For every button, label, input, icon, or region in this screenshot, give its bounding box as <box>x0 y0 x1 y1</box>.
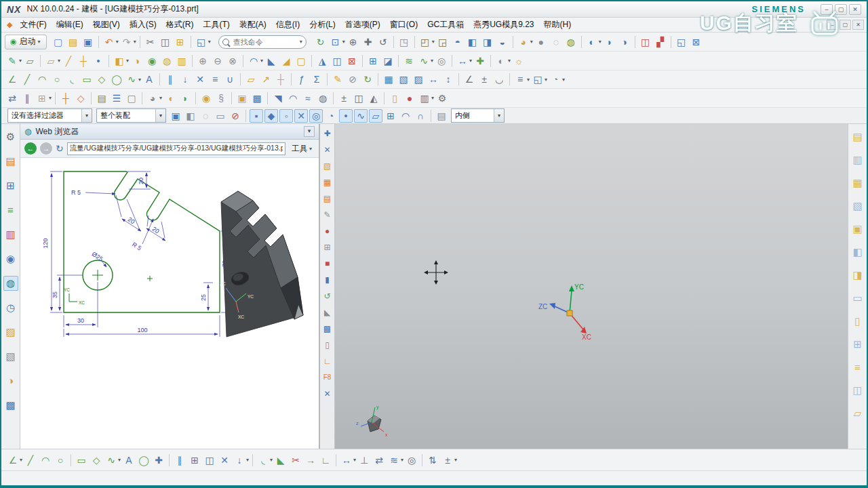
quick-extend-icon[interactable]: → <box>304 453 317 467</box>
manage-parts-icon[interactable]: ▧ <box>3 349 18 364</box>
move-object-icon[interactable]: ✚ <box>473 54 487 68</box>
swept-icon[interactable]: ∿ <box>417 54 431 68</box>
graphics-viewport[interactable]: ✚✕▧▦▤✎●⊞■▮↺◣▩▯∟F8✕ YC ZC XC <box>320 124 848 449</box>
cut-icon[interactable]: ✂ <box>144 35 157 49</box>
rapid-dimension-icon[interactable]: ↔ <box>340 453 353 467</box>
reverse-tool-icon[interactable]: ↺ <box>321 290 334 302</box>
select-scope-icon[interactable]: ▣ <box>169 109 182 123</box>
intersection-curve-icon[interactable]: ✕ <box>193 73 207 86</box>
make-corner-icon[interactable]: ∟ <box>319 453 332 467</box>
reuse-library-icon[interactable]: ▥ <box>3 227 18 242</box>
lasso-select-icon[interactable]: ◌ <box>199 109 212 123</box>
minimize-button[interactable]: – <box>821 4 833 15</box>
search-dropdown-icon[interactable]: ▾ <box>300 39 302 45</box>
wireframe-icon[interactable]: ◌ <box>549 35 563 49</box>
pane-panel-icon[interactable]: ◫ <box>850 383 865 398</box>
measure-distance-icon[interactable]: ↔ <box>456 54 469 68</box>
extrude-icon[interactable]: ◧ <box>113 54 126 68</box>
fit-view-dropdown[interactable]: ▾ <box>342 39 345 45</box>
immediate-hide-icon[interactable]: ◗ <box>603 35 616 49</box>
show-hide-dropdown[interactable]: ▾ <box>599 39 601 45</box>
delete-face-icon[interactable]: ⊠ <box>345 54 359 68</box>
address-bar-input[interactable] <box>67 142 285 155</box>
unite-icon[interactable]: ⊕ <box>196 54 210 68</box>
snap-midpoint-icon[interactable]: ◆ <box>264 109 278 123</box>
point-icon[interactable]: • <box>92 54 105 68</box>
grid-tool-icon[interactable]: ▩ <box>321 323 334 335</box>
selection-scope-arrow-icon[interactable]: ▾ <box>155 109 165 122</box>
wrap-geometry-icon[interactable]: ◠ <box>286 92 300 105</box>
circle-icon[interactable]: ○ <box>54 453 67 467</box>
constraint-tool-icon[interactable]: ✕ <box>321 144 334 156</box>
ball-display-icon[interactable]: ● <box>321 225 334 237</box>
chart-panel-icon[interactable]: ▦ <box>850 176 865 190</box>
reflect-analysis-icon[interactable]: ◫ <box>352 92 366 105</box>
snap-grid-point-icon[interactable]: ⊞ <box>384 109 397 123</box>
save-icon[interactable]: ▣ <box>81 35 95 49</box>
shaded-icon[interactable]: ● <box>534 35 548 49</box>
refresh-button[interactable]: ↻ <box>56 143 64 154</box>
orient-view-tool-icon[interactable]: ✚ <box>321 127 334 140</box>
record-macro-icon[interactable]: ● <box>403 92 416 105</box>
maximize-view-icon[interactable]: ⊠ <box>690 35 703 49</box>
patch-body-icon[interactable]: ◍ <box>316 92 330 105</box>
show-hide-toggle-icon[interactable]: ◐ <box>494 54 508 68</box>
menu-item-2[interactable]: 编辑(E) <box>52 18 88 32</box>
notes-panel-icon[interactable]: ▣ <box>850 222 865 237</box>
snap-quadrant-icon[interactable]: ◔ <box>324 109 338 123</box>
project-curve-dropdown[interactable]: ▾ <box>246 457 249 463</box>
add-component-icon[interactable]: ⊞ <box>35 92 49 105</box>
undo-dropdown[interactable]: ▾ <box>116 39 119 45</box>
snap-control-point-icon[interactable]: ◦ <box>279 109 293 123</box>
menu-item-10[interactable]: 首选项(P) <box>340 18 385 32</box>
arc-icon[interactable]: ◠ <box>39 453 52 467</box>
layout-panel-icon[interactable]: ▧ <box>850 199 865 214</box>
text-curve-icon[interactable]: A <box>142 73 156 86</box>
snap-tangent-icon[interactable]: ◠ <box>399 109 412 123</box>
isometric-view-icon[interactable]: ◲ <box>436 35 450 49</box>
zoom-icon[interactable]: ⊕ <box>347 35 360 49</box>
move-face-icon[interactable]: ↔ <box>427 73 440 86</box>
pattern-face-icon[interactable]: ▦ <box>382 73 395 86</box>
solid-tool-icon[interactable]: ▧ <box>321 160 334 172</box>
suppress-feature-icon[interactable]: ⊘ <box>346 73 359 86</box>
revolve-icon[interactable]: ◑ <box>130 54 144 68</box>
pattern-curve-icon[interactable]: ⊞ <box>188 453 201 467</box>
wcs-orient-icon[interactable]: ◇ <box>74 92 87 105</box>
bottom-view-icon[interactable]: ◒ <box>496 35 509 49</box>
edit-object-display-icon[interactable]: ☼ <box>512 54 526 68</box>
doc-close-button[interactable]: ✕ <box>852 20 864 30</box>
tube-icon[interactable]: ◎ <box>435 54 448 68</box>
list-panel-icon[interactable]: ▭ <box>850 291 865 306</box>
expressions-icon[interactable]: ƒ <box>295 73 309 86</box>
back-button[interactable]: ← <box>24 142 37 155</box>
extrude-dropdown[interactable]: ▾ <box>126 58 129 64</box>
offset-face-icon[interactable]: ▧ <box>397 73 410 86</box>
clipboard-view-icon[interactable]: ▤ <box>435 109 448 123</box>
edge-blend-dropdown[interactable]: ▾ <box>260 58 263 64</box>
close-button[interactable]: ✕ <box>849 4 861 15</box>
join-curve-icon[interactable]: ∪ <box>223 73 237 86</box>
spreadsheet-icon[interactable]: ▤ <box>95 92 108 105</box>
trimetric-view-icon[interactable]: ◰ <box>418 35 432 49</box>
top-selection-icon[interactable]: ◧ <box>184 109 197 123</box>
show-hide-icon[interactable]: ◐ <box>585 35 599 49</box>
layer-settings-icon[interactable]: ≡ <box>513 73 527 86</box>
snap-arc-center-icon[interactable]: ◎ <box>309 109 323 123</box>
plan-view-f8-icon[interactable]: F8 <box>321 371 334 384</box>
ellipse-icon[interactable]: ◯ <box>110 73 123 86</box>
rib-icon[interactable]: ▥ <box>175 54 189 68</box>
alternate-solution-icon[interactable]: ± <box>441 453 454 467</box>
doc-minimize-button[interactable]: – <box>827 20 838 30</box>
chamfer-icon[interactable]: ◣ <box>274 453 288 467</box>
intersect-icon[interactable]: ⊗ <box>226 54 239 68</box>
start-button[interactable]: ◉ 启动 ▾ <box>5 35 47 49</box>
render-style-dropdown[interactable]: ▾ <box>159 95 162 101</box>
snap-point-on-curve-icon[interactable]: ∿ <box>354 109 368 123</box>
inside-outside-combo[interactable]: 内侧 ▾ <box>451 108 505 123</box>
history-palette-icon[interactable]: ◷ <box>3 300 18 315</box>
menu-item-4[interactable]: 插入(S) <box>125 18 161 32</box>
mirror-feature-icon[interactable]: ◪ <box>381 54 395 68</box>
vector-icon[interactable]: ↗ <box>259 73 273 86</box>
menu-item-5[interactable]: 格式(R) <box>161 18 199 32</box>
